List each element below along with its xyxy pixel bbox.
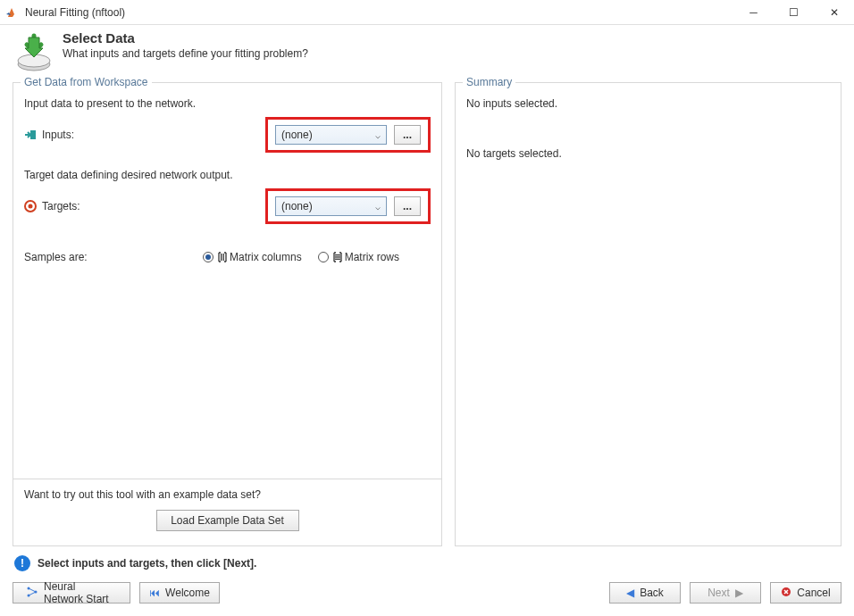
neural-network-start-button[interactable]: Neural Network Start — [13, 582, 130, 604]
inputs-select[interactable]: (none) ⌵ — [275, 125, 387, 145]
chevron-down-icon: ⌵ — [375, 202, 381, 212]
matrix-columns-icon — [217, 252, 228, 262]
panel-legend-left: Get Data from Workspace — [21, 76, 152, 88]
targets-highlight-box: (none) ⌵ ... — [265, 188, 431, 224]
inputs-icon — [24, 129, 37, 141]
next-button[interactable]: Next ▶ — [690, 582, 761, 604]
rewind-icon: ⏮ — [149, 587, 160, 599]
svg-rect-8 — [335, 256, 340, 257]
status-bar: ! Select inputs and targets, then click … — [0, 546, 854, 577]
inputs-label: Inputs: — [42, 129, 74, 141]
status-text: Select inputs and targets, then click [N… — [38, 557, 256, 570]
cancel-button[interactable]: Cancel — [770, 582, 841, 604]
footer: Neural Network Start ⏮ Welcome ◀ Back Ne… — [0, 577, 854, 609]
targets-icon — [24, 200, 37, 212]
load-example-button[interactable]: Load Example Data Set — [156, 510, 299, 531]
input-description: Input data to present to the network. — [24, 97, 431, 110]
welcome-button[interactable]: ⏮ Welcome — [139, 582, 220, 604]
get-data-panel: Get Data from Workspace Input data to pr… — [13, 82, 442, 546]
nn-icon — [26, 586, 38, 601]
panel-legend-right: Summary — [463, 76, 515, 88]
chevron-down-icon: ⌵ — [375, 130, 381, 140]
svg-rect-7 — [335, 254, 340, 255]
radio-icon — [203, 252, 214, 262]
window-title: Neural Fitting (nftool) — [25, 6, 733, 19]
page-title: Select Data — [63, 30, 308, 46]
svg-rect-9 — [335, 259, 340, 260]
targets-label: Targets: — [42, 200, 80, 212]
select-data-icon — [13, 30, 55, 73]
maximize-button[interactable]: ☐ — [774, 0, 814, 25]
matlab-logo-icon — [5, 5, 20, 20]
page-subtitle: What inputs and targets define your fitt… — [63, 47, 308, 60]
targets-select[interactable]: (none) ⌵ — [275, 196, 387, 216]
back-icon: ◀ — [626, 587, 634, 599]
summary-no-targets: No targets selected. — [466, 147, 830, 160]
targets-browse-button[interactable]: ... — [394, 196, 421, 216]
targets-select-value: (none) — [281, 200, 313, 212]
target-description: Target data defining desired network out… — [24, 169, 431, 181]
inputs-highlight-box: (none) ⌵ ... — [265, 117, 431, 153]
back-button[interactable]: ◀ Back — [609, 582, 681, 604]
inputs-select-value: (none) — [281, 129, 313, 141]
summary-no-inputs: No inputs selected. — [466, 97, 830, 110]
matrix-rows-icon — [332, 252, 343, 262]
titlebar: Neural Fitting (nftool) ─ ☐ ✕ — [0, 0, 854, 25]
svg-rect-6 — [223, 254, 224, 261]
svg-point-4 — [29, 204, 33, 209]
next-icon: ▶ — [735, 587, 743, 599]
inputs-browse-button[interactable]: ... — [394, 125, 421, 145]
close-button[interactable]: ✕ — [814, 0, 854, 25]
summary-panel: Summary No inputs selected. No targets s… — [455, 82, 841, 546]
info-icon: ! — [14, 555, 30, 571]
example-label: Want to try out this tool with an exampl… — [24, 488, 431, 501]
samples-label: Samples are: — [24, 251, 203, 263]
minimize-button[interactable]: ─ — [733, 0, 774, 25]
svg-rect-5 — [221, 254, 222, 261]
radio-matrix-rows[interactable]: Matrix rows — [318, 251, 399, 263]
page-header: Select Data What inputs and targets defi… — [0, 25, 854, 82]
window-controls: ─ ☐ ✕ — [733, 0, 854, 25]
cancel-icon — [781, 587, 791, 600]
radio-matrix-columns[interactable]: Matrix columns — [203, 251, 302, 263]
radio-icon — [318, 252, 329, 262]
